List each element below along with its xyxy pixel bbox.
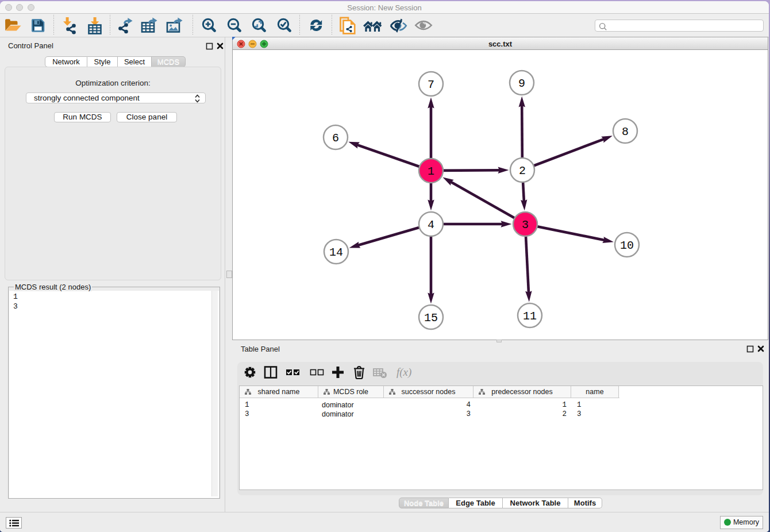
- svg-text:4: 4: [428, 218, 434, 232]
- svg-text:10: 10: [620, 239, 634, 252]
- svg-text:2: 2: [519, 164, 526, 178]
- svg-text:6: 6: [332, 132, 339, 145]
- svg-text:f(x): f(x): [396, 366, 411, 379]
- svg-text:15: 15: [424, 311, 438, 325]
- svg-text:1: 1: [428, 165, 434, 178]
- svg-text:7: 7: [428, 78, 434, 91]
- svg-text:8: 8: [622, 125, 629, 138]
- svg-text:11: 11: [523, 310, 537, 323]
- svg-text:9: 9: [518, 77, 525, 90]
- svg-text:3: 3: [522, 218, 529, 232]
- svg-text:14: 14: [329, 246, 343, 259]
